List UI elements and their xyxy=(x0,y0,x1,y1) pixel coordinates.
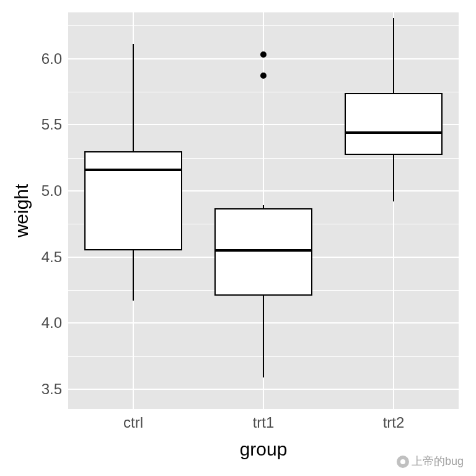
x-tick-label: trt1 xyxy=(253,409,275,431)
y-tick-label: 3.5 xyxy=(42,381,68,398)
x-axis-title: group xyxy=(240,439,288,460)
whisker-upper xyxy=(133,44,134,151)
whisker-lower xyxy=(393,155,394,201)
y-axis-title: weight xyxy=(11,184,32,238)
box xyxy=(214,208,312,296)
x-tick-label: trt2 xyxy=(383,409,405,431)
y-tick-label: 5.0 xyxy=(42,182,68,200)
median-line xyxy=(345,131,443,134)
box xyxy=(345,93,443,155)
boxplot-trt2 xyxy=(345,12,443,409)
watermark: 上帝的bug xyxy=(397,454,464,469)
whisker-lower xyxy=(133,250,134,301)
y-tick-label: 4.5 xyxy=(42,249,68,266)
whisker-lower xyxy=(263,296,264,377)
chart-figure: 3.54.04.55.05.56.0ctrltrt1trt2 weight gr… xyxy=(0,0,476,476)
outlier-point xyxy=(260,51,267,58)
whisker-upper xyxy=(393,18,394,94)
plot-panel: 3.54.04.55.05.56.0ctrltrt1trt2 xyxy=(68,12,459,409)
y-tick-label: 4.0 xyxy=(42,314,68,332)
box xyxy=(84,151,182,250)
watermark-icon xyxy=(397,456,409,468)
median-line xyxy=(214,249,312,252)
y-tick-label: 6.0 xyxy=(42,50,68,68)
boxplot-ctrl xyxy=(84,12,182,409)
median-line xyxy=(84,169,182,171)
x-tick-label: ctrl xyxy=(123,409,143,431)
y-tick-label: 5.5 xyxy=(42,116,68,133)
boxplot-trt1 xyxy=(214,12,312,409)
outlier-point xyxy=(260,73,267,79)
watermark-text: 上帝的bug xyxy=(412,455,464,467)
